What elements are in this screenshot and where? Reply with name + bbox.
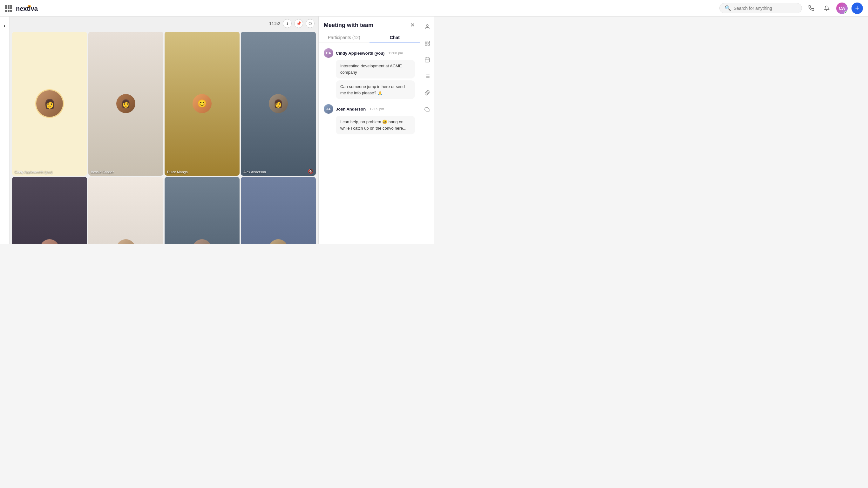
video-cell-cindy: 👩 Cindy Applesworth (you) [12, 32, 87, 176]
header-left: nextiva [5, 4, 44, 13]
video-cell-albert: 👨 Albert Flores [164, 177, 240, 244]
sidebar-toggle[interactable]: › [0, 17, 9, 244]
logo: nextiva [16, 4, 44, 13]
video-grid: 👩 Cindy Applesworth (you) 👩 Bessie Coope… [9, 29, 318, 244]
tab-chat[interactable]: Chat [370, 32, 420, 43]
msg-time-josh: 12:09 pm [370, 107, 384, 111]
video-cell-bessie: 👩 Bessie Cooper [88, 32, 163, 176]
cell-name-dulce: Dulce Mango [167, 170, 188, 174]
sidebar-user-icon[interactable] [422, 22, 432, 32]
chat-messages: CA Cindy Applesworth (you) 12:08 pm Inte… [319, 43, 420, 244]
svg-rect-17 [428, 41, 429, 42]
msg-time-cindy: 12:08 pm [388, 51, 403, 55]
info-button[interactable]: ℹ [283, 19, 292, 28]
tab-participants[interactable]: Participants (12) [319, 32, 370, 43]
message-group-cindy: CA Cindy Applesworth (you) 12:08 pm Inte… [324, 48, 415, 99]
msg-header-josh: JA Josh Anderson 12:09 pm [324, 104, 415, 114]
msg-avatar-cindy: CA [324, 48, 333, 58]
self-avatar: 👩 [35, 89, 64, 118]
svg-rect-16 [425, 41, 427, 42]
sidebar-grid-icon[interactable] [422, 38, 432, 48]
video-cell-billy: 👩 Billy Bai [12, 177, 87, 244]
video-cell-corey: 👩 Corey Stanton [88, 177, 163, 244]
svg-text:nextiva: nextiva [16, 5, 38, 12]
chat-panel: Meeting with team ✕ Participants (12) Ch… [318, 17, 420, 244]
video-cell-dulce: 😊 Dulce Mango [164, 32, 240, 176]
svg-point-15 [426, 25, 428, 26]
app-grid-button[interactable] [5, 5, 12, 12]
panel-tabs: Participants (12) Chat [319, 32, 420, 43]
cell-name-cindy: Cindy Applesworth (you) [14, 170, 53, 174]
self-participant: 👩 [12, 32, 87, 176]
expand-button[interactable]: ⬡ [306, 19, 314, 28]
msg-bubble-cindy-2: Can someone jump in here or send me the … [336, 81, 415, 99]
video-cell-josh: 👨 Josh Anderson [241, 177, 316, 244]
main-layout: › 11:52 ℹ 📌 ⬡ 👩 Cindy Applesworth (you) [0, 17, 434, 244]
msg-sender-josh: Josh Anderson [336, 107, 366, 112]
message-group-josh: JA Josh Anderson 12:09 pm I can help, no… [324, 104, 415, 134]
sidebar-cloud-icon[interactable] [422, 104, 432, 114]
video-toolbar: 11:52 ℹ 📌 ⬡ [265, 17, 318, 30]
panel-header: Meeting with team ✕ [319, 17, 420, 29]
msg-header-cindy: CA Cindy Applesworth (you) 12:08 pm [324, 48, 415, 58]
svg-rect-18 [425, 44, 427, 45]
msg-sender-cindy: Cindy Applesworth (you) [336, 51, 384, 56]
msg-bubble-cindy-1: Interesting development at ACME company [336, 60, 415, 79]
chevron-right-icon: › [4, 23, 5, 29]
cell-name-alex: Alex Anderson [243, 170, 266, 174]
svg-rect-19 [428, 44, 429, 45]
panel-title: Meeting with team [324, 22, 373, 29]
msg-avatar-josh: JA [324, 104, 333, 114]
video-cell-alex: 👩 Alex Anderson 🔇 [241, 32, 316, 176]
meeting-time: 11:52 [269, 21, 280, 26]
app-header: nextiva 🔍 CA + [0, 0, 434, 17]
msg-bubble-josh-1: I can help, no problem 😀 hang on while I… [336, 116, 415, 134]
cell-name-bessie: Bessie Cooper [91, 170, 114, 174]
video-area: 11:52 ℹ 📌 ⬡ 👩 Cindy Applesworth (you) 👩 [9, 17, 318, 244]
pin-button[interactable]: 📌 [294, 19, 303, 28]
svg-rect-20 [425, 58, 430, 62]
sidebar-attachment-icon[interactable] [422, 88, 432, 98]
right-sidebar [420, 17, 434, 244]
close-panel-button[interactable]: ✕ [410, 22, 415, 29]
sidebar-calendar-icon[interactable] [422, 55, 432, 65]
logo-svg: nextiva [16, 4, 44, 13]
alex-mute-icon: 🔇 [308, 169, 313, 174]
sidebar-tasks-icon[interactable] [422, 71, 432, 81]
